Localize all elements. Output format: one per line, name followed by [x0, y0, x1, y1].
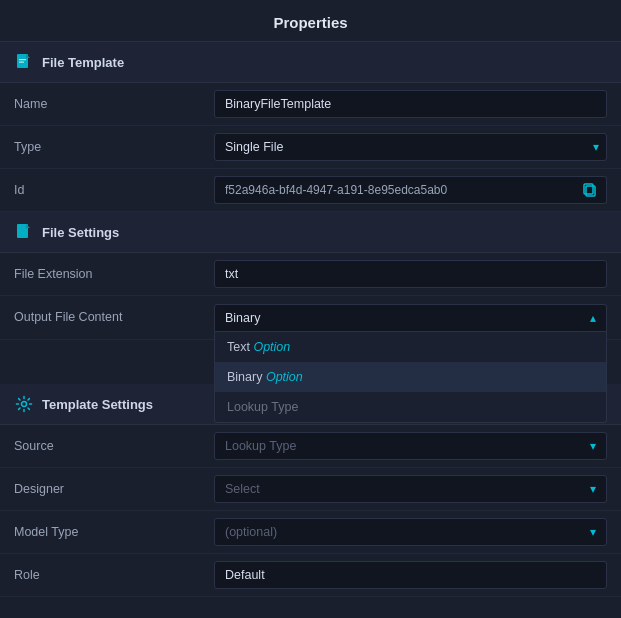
text-option-label: Text: [227, 340, 253, 354]
source-label: Source: [14, 439, 214, 453]
output-file-content-label: Output File Content: [14, 304, 214, 324]
svg-rect-3: [19, 62, 24, 63]
file-template-icon: [14, 52, 34, 72]
svg-marker-7: [26, 224, 30, 228]
name-input[interactable]: [214, 90, 607, 118]
source-value: Lookup Type ▾: [214, 432, 607, 460]
designer-field-row: Designer Select ▾: [0, 468, 621, 511]
source-field-row: Source Lookup Type ▾: [0, 425, 621, 468]
file-template-section-header: File Template: [0, 42, 621, 83]
binary-option[interactable]: Binary Option: [215, 362, 606, 392]
output-file-content-select-wrapper: Binary ▴ Text Option Binary Option Looku…: [214, 304, 607, 332]
designer-chevron-icon: ▾: [590, 482, 596, 496]
source-placeholder: Lookup Type: [225, 439, 296, 453]
type-value: Single File Multi File ▾: [214, 133, 607, 161]
svg-point-8: [22, 402, 27, 407]
file-extension-input[interactable]: [214, 260, 607, 288]
template-settings-label: Template Settings: [42, 397, 153, 412]
text-option-keyword: Option: [253, 340, 290, 354]
name-field-row: Name: [0, 83, 621, 126]
source-chevron-icon: ▾: [590, 439, 596, 453]
source-display[interactable]: Lookup Type ▾: [214, 432, 607, 460]
file-settings-label: File Settings: [42, 225, 119, 240]
model-type-label: Model Type: [14, 525, 214, 539]
copy-id-button[interactable]: [574, 176, 607, 204]
id-label: Id: [14, 183, 214, 197]
id-row: [214, 176, 607, 204]
lookup-type-option-label: Lookup Type: [227, 400, 298, 414]
lookup-type-option[interactable]: Lookup Type: [215, 392, 606, 422]
model-type-display[interactable]: (optional) ▾: [214, 518, 607, 546]
output-chevron-up-icon: ▴: [590, 311, 596, 325]
template-settings-icon: [14, 394, 34, 414]
designer-value: Select ▾: [214, 475, 607, 503]
output-file-content-current-value: Binary: [225, 311, 260, 325]
model-type-field-row: Model Type (optional) ▾: [0, 511, 621, 554]
page-title: Properties: [0, 0, 621, 42]
role-field-row: Role: [0, 554, 621, 597]
copy-icon: [582, 182, 598, 198]
file-extension-value: [214, 260, 607, 288]
designer-label: Designer: [14, 482, 214, 496]
name-value: [214, 90, 607, 118]
model-type-chevron-icon: ▾: [590, 525, 596, 539]
source-select-wrapper: Lookup Type ▾: [214, 432, 607, 460]
type-select-wrapper: Single File Multi File ▾: [214, 133, 607, 161]
role-input[interactable]: [214, 561, 607, 589]
binary-option-keyword: Option: [266, 370, 303, 384]
type-field-row: Type Single File Multi File ▾: [0, 126, 621, 169]
id-input[interactable]: [214, 176, 574, 204]
designer-placeholder: Select: [225, 482, 260, 496]
designer-display[interactable]: Select ▾: [214, 475, 607, 503]
model-type-placeholder: (optional): [225, 525, 277, 539]
designer-select-wrapper: Select ▾: [214, 475, 607, 503]
gear-icon: [15, 395, 33, 413]
output-file-content-dropdown: Text Option Binary Option Lookup Type: [214, 332, 607, 423]
name-label: Name: [14, 97, 214, 111]
text-option[interactable]: Text Option: [215, 332, 606, 362]
output-file-content-display[interactable]: Binary ▴: [214, 304, 607, 332]
svg-rect-2: [19, 59, 26, 60]
file-settings-section-header: File Settings: [0, 212, 621, 253]
model-type-value: (optional) ▾: [214, 518, 607, 546]
output-file-content-value: Binary ▴ Text Option Binary Option Looku…: [214, 304, 607, 332]
role-label: Role: [14, 568, 214, 582]
output-file-content-field-row: Output File Content Binary ▴ Text Option…: [0, 296, 621, 340]
role-value: [214, 561, 607, 589]
file-template-label: File Template: [42, 55, 124, 70]
file-extension-field-row: File Extension: [0, 253, 621, 296]
id-value: [214, 176, 607, 204]
file-extension-label: File Extension: [14, 267, 214, 281]
type-select[interactable]: Single File Multi File: [214, 133, 607, 161]
file-settings-icon: [14, 222, 34, 242]
binary-option-label: Binary: [227, 370, 266, 384]
type-label: Type: [14, 140, 214, 154]
id-field-row: Id: [0, 169, 621, 212]
model-type-select-wrapper: (optional) ▾: [214, 518, 607, 546]
